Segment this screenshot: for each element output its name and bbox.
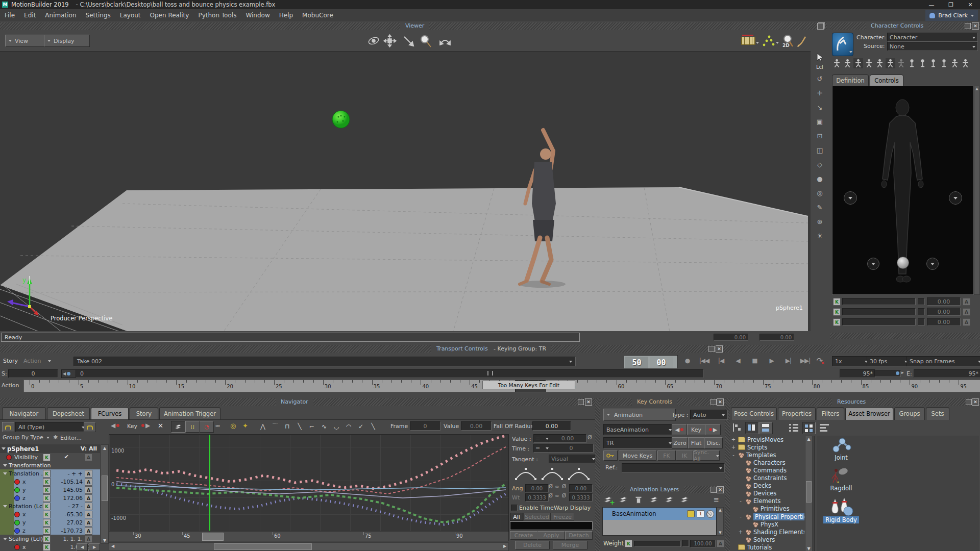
draw-tool-icon[interactable] (796, 35, 807, 48)
tab-dopesheet[interactable]: Dopesheet (47, 407, 90, 420)
frame-tool-icon[interactable]: ▣ (814, 116, 825, 127)
key-button[interactable]: K (833, 308, 841, 316)
tree-item-elements[interactable]: -Elements (738, 497, 781, 505)
loop-off-button[interactable]: ↷✕ (814, 356, 828, 366)
tangent-tool-3[interactable]: ╲ (295, 421, 305, 432)
character-body-view[interactable] (832, 86, 974, 295)
cone-primitive-tool-icon[interactable]: ◇ (814, 159, 825, 170)
value-slider[interactable] (842, 298, 916, 305)
transport-float-icon[interactable] (708, 346, 715, 352)
a-button[interactable]: A (85, 527, 92, 535)
key-controls-close-icon[interactable]: ✕ (717, 398, 724, 406)
value-edit-field[interactable]: 0.00 (549, 434, 586, 443)
move-keys-button[interactable]: Move Keys (619, 450, 656, 461)
merge-layer-icon[interactable] (648, 495, 660, 505)
navigator-close-icon[interactable]: ✕ (585, 398, 592, 406)
resources-close-icon[interactable]: ✕ (972, 398, 979, 406)
a-button[interactable]: A (963, 318, 970, 326)
transport-title-bar[interactable]: Transport Controls - Keying Group: TR ✕ (0, 345, 980, 353)
menu-item-layout[interactable]: Layout (115, 10, 145, 20)
tree-item-templates[interactable]: -Templates (731, 451, 776, 459)
pin-translate-icon[interactable] (907, 58, 917, 68)
timewarp-list[interactable] (510, 521, 593, 530)
tree-item-prevismoves[interactable]: +PrevisMoves (731, 436, 783, 443)
2d-magnifier-tool-icon[interactable]: 2D (781, 34, 794, 48)
lock-right-button[interactable] (84, 422, 96, 432)
add-layer-icon[interactable]: + (602, 495, 615, 505)
keys-dropdown-icon[interactable] (776, 42, 779, 45)
time-display-button[interactable]: ◔ (200, 421, 214, 433)
tab-pose-controls[interactable]: Pose Controls (731, 407, 777, 420)
tangent-tool-7[interactable]: ◠ (344, 421, 354, 432)
tree-item-physx[interactable]: PhysX (745, 520, 778, 528)
character-multi-icon[interactable] (875, 58, 885, 68)
frame-field[interactable]: 0 (410, 421, 440, 431)
tree-item-constraints[interactable]: Constraints (738, 474, 787, 482)
layer-mute-icon[interactable]: ⃠ (706, 510, 714, 518)
playhead[interactable] (209, 435, 210, 531)
a-button[interactable]: A (85, 478, 92, 486)
channel-scrollbar[interactable]: ▲ ▼ (101, 444, 109, 544)
split-horizontal-icon[interactable] (760, 422, 773, 434)
character-controls-close-icon[interactable]: ✕ (972, 22, 979, 30)
ik-button[interactable]: IK (676, 450, 693, 461)
menu-item-python-tools[interactable]: Python Tools (193, 10, 241, 20)
tangent-preset-left-icon[interactable] (514, 465, 537, 482)
wt-break-right-icon[interactable]: Ø (562, 493, 566, 498)
ref-dropdown[interactable] (622, 463, 725, 472)
step-back-button[interactable]: ◀ (729, 356, 746, 366)
delete-key-button[interactable]: ✕ (158, 422, 163, 430)
fk-button[interactable]: FK (657, 450, 676, 461)
value-eq-dropdown[interactable]: = (533, 434, 551, 443)
menu-item-file[interactable]: File (0, 10, 19, 20)
tangent-tool-5[interactable]: ∿ (319, 421, 329, 432)
zero-button[interactable]: Zero (672, 437, 688, 448)
menu-item-help[interactable]: Help (275, 10, 298, 20)
layer-row-baseanimation[interactable]: BaseAnimation 1 ⃠ (603, 508, 716, 520)
key-button[interactable]: K (43, 486, 51, 494)
start-frame-field[interactable]: 0 (8, 369, 58, 378)
next-key-button[interactable]: ▶| (780, 356, 797, 366)
torus-primitive-tool-icon[interactable]: ◎ (814, 187, 825, 198)
channel-row-z[interactable]: zK-170.73A (0, 527, 100, 535)
value-field[interactable]: 0.00 (927, 297, 961, 306)
tab-navigator[interactable]: Navigator (2, 407, 46, 420)
rotate-tool-icon[interactable]: ↺ (814, 73, 825, 84)
channel-row-x[interactable]: xK-105.14A (0, 478, 100, 486)
asset-tree-scrollbar[interactable]: ▲ ▼ (805, 436, 813, 551)
translate-tool-icon[interactable]: ✛ (814, 87, 825, 98)
tree-item-primitives[interactable]: Primitives (745, 505, 790, 513)
separator-right[interactable] (725, 398, 730, 551)
value-display-button[interactable]: ⌊⌋ (185, 421, 200, 433)
base-animation-dropdown[interactable]: BaseAnimation (603, 424, 675, 435)
tangent-tool-8[interactable]: ✓ (356, 421, 366, 432)
speed-dropdown[interactable]: 1x (832, 356, 871, 366)
key-button[interactable]: K (43, 543, 51, 551)
character-thumbnail[interactable] (832, 33, 853, 56)
tree-item-scripts[interactable]: +Scripts (731, 443, 767, 451)
fcurve-ruler-marker[interactable] (202, 533, 224, 541)
create-button[interactable]: Create (510, 531, 537, 540)
lcl-label[interactable]: Lcl (816, 64, 829, 70)
navigator-float-icon[interactable] (578, 399, 584, 405)
snap-tool-icon[interactable]: ⊡ (814, 130, 825, 141)
layers-scrollbar[interactable]: ▲ ▼ (717, 507, 724, 536)
previous-key-button[interactable]: |◀ (713, 356, 729, 366)
delete-button[interactable]: Delete (515, 541, 550, 549)
texture-tool-icon[interactable]: ⊛ (814, 216, 825, 227)
weight-field[interactable]: 100.00 (690, 540, 716, 547)
pin-none-icon[interactable] (939, 58, 949, 68)
detach-button[interactable]: Detach (565, 531, 593, 540)
tab-sets[interactable]: Sets (926, 407, 949, 420)
tangent-tool-4[interactable]: ⌐ (307, 421, 317, 432)
show-selected-button[interactable]: Selected (523, 513, 551, 521)
value-slider[interactable] (842, 318, 916, 325)
character-select-icon[interactable] (886, 58, 895, 68)
key-button[interactable]: K (43, 519, 51, 527)
resources-float-icon[interactable] (966, 399, 972, 405)
key-button[interactable]: K (43, 511, 51, 518)
tab-animation-trigger[interactable]: Animation Trigger (159, 407, 220, 420)
duplicate-layer-icon[interactable] (664, 495, 676, 505)
split-vertical-icon[interactable] (745, 422, 758, 434)
viewer-nav-tools[interactable] (365, 33, 457, 49)
